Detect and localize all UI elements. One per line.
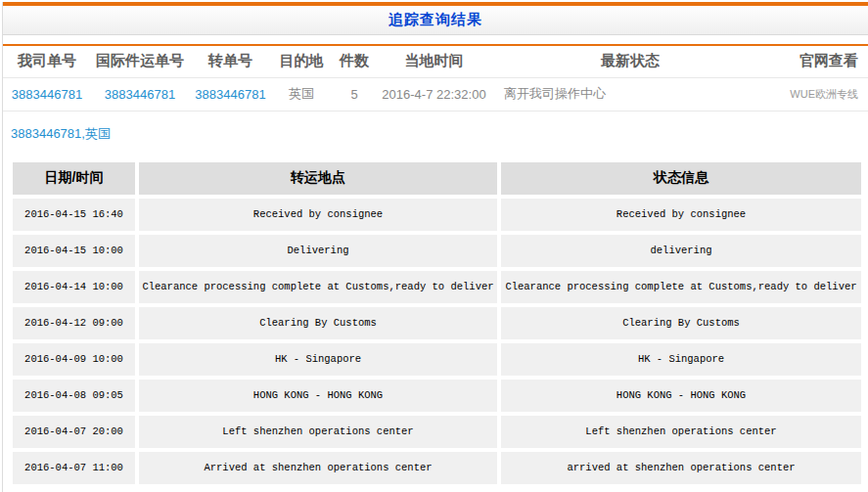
transit-location-cell: HONG KONG - HONG KONG — [139, 380, 497, 412]
table-row: 2016-04-07 20:00 Left shenzhen operation… — [13, 416, 861, 448]
summary-section: 我司单号 国际件运单号 转单号 目的地 件数 当地时间 最新状态 官网查看 38… — [3, 44, 868, 112]
official-site-link[interactable]: WUE欧洲专线 — [790, 88, 858, 100]
intl-no-link[interactable]: 3883446781 — [105, 87, 175, 102]
col-header-datetime: 日期/时间 — [13, 162, 135, 195]
summary-header-row: 我司单号 国际件运单号 转单号 目的地 件数 当地时间 最新状态 官网查看 — [3, 46, 868, 77]
official-site-cell: WUE欧洲专线 — [770, 77, 868, 111]
transit-location-cell: Clearance processing complete at Customs… — [139, 271, 497, 303]
status-info-cell: delivering — [501, 235, 861, 267]
transfer-no-cell: 3883446781 — [189, 77, 272, 111]
summary-data-row: 3883446781 3883446781 3883446781 英国 5 20… — [3, 77, 868, 111]
page-container: 追踪查询结果 我司单号 国际件运单号 转单号 目的地 件数 当地时间 最新状态 … — [2, 2, 868, 492]
datetime-cell: 2016-04-15 16:40 — [13, 199, 135, 231]
status-info-cell: arrived at shenzhen operations center — [501, 452, 861, 484]
destination-cell: 英国 — [272, 77, 331, 111]
col-header-intl-no: 国际件运单号 — [91, 46, 189, 77]
table-row: 2016-04-15 16:40 Received by consignee R… — [13, 199, 861, 231]
datetime-cell: 2016-04-07 20:00 — [13, 416, 135, 448]
col-header-latest-status: 最新状态 — [490, 46, 770, 77]
transfer-no-link[interactable]: 3883446781 — [195, 87, 265, 102]
datetime-cell: 2016-04-14 10:00 — [13, 271, 135, 303]
status-info-cell: Received by consignee — [501, 199, 861, 231]
intl-no-cell: 3883446781 — [91, 77, 189, 111]
page-header: 追踪查询结果 — [3, 2, 868, 35]
our-no-link[interactable]: 3883446781 — [12, 87, 82, 102]
status-info-cell: Clearance processing complete at Customs… — [501, 271, 861, 303]
table-row: 2016-04-14 10:00 Clearance processing co… — [13, 271, 861, 303]
datetime-cell: 2016-04-15 10:00 — [13, 235, 135, 267]
detail-header-row: 日期/时间 转运地点 状态信息 — [13, 162, 861, 195]
datetime-cell: 2016-04-09 10:00 — [13, 343, 135, 376]
table-row: 2016-04-12 09:00 Clearing By Customs Cle… — [13, 307, 861, 339]
shipment-link-row: 3883446781,英国 — [11, 125, 868, 143]
our-no-cell: 3883446781 — [3, 77, 91, 111]
datetime-cell: 2016-04-08 09:05 — [13, 380, 135, 412]
page-title: 追踪查询结果 — [388, 11, 482, 29]
status-info-cell: HK - Singapore — [501, 343, 861, 376]
table-row: 2016-04-07 11:00 Arrived at shenzhen ope… — [13, 452, 861, 484]
col-header-official-site: 官网查看 — [770, 46, 868, 77]
status-info-cell: Clearing By Customs — [501, 307, 861, 339]
col-header-transit-location: 转运地点 — [139, 162, 497, 195]
transit-location-cell: Left shenzhen operations center — [139, 416, 497, 448]
tracking-detail-table: 日期/时间 转运地点 状态信息 2016-04-15 16:40 Receive… — [9, 158, 865, 488]
summary-table: 我司单号 国际件运单号 转单号 目的地 件数 当地时间 最新状态 官网查看 38… — [3, 46, 868, 112]
col-header-status-info: 状态信息 — [501, 162, 861, 195]
col-header-destination: 目的地 — [272, 46, 331, 77]
status-info-cell: HONG KONG - HONG KONG — [501, 380, 861, 412]
datetime-cell: 2016-04-12 09:00 — [13, 307, 135, 339]
transit-location-cell: Clearing By Customs — [139, 307, 497, 339]
latest-status-cell: 离开我司操作中心 — [490, 77, 770, 111]
transit-location-cell: Arrived at shenzhen operations center — [139, 452, 497, 484]
pieces-cell: 5 — [331, 77, 378, 111]
table-row: 2016-04-15 10:00 Delivering delivering — [13, 235, 861, 267]
col-header-our-no: 我司单号 — [3, 46, 91, 77]
col-header-transfer-no: 转单号 — [189, 46, 272, 77]
status-info-cell: Left shenzhen operations center — [501, 416, 861, 448]
transit-location-cell: Received by consignee — [139, 199, 497, 231]
table-row: 2016-04-09 10:00 HK - Singapore HK - Sin… — [13, 343, 861, 376]
transit-location-cell: HK - Singapore — [139, 343, 497, 376]
shipment-link[interactable]: 3883446781,英国 — [11, 126, 111, 141]
col-header-pieces: 件数 — [331, 46, 378, 77]
datetime-cell: 2016-04-07 11:00 — [13, 452, 135, 484]
table-row: 2016-04-08 09:05 HONG KONG - HONG KONG H… — [13, 380, 861, 412]
col-header-local-time: 当地时间 — [378, 46, 490, 77]
transit-location-cell: Delivering — [139, 235, 497, 267]
local-time-cell: 2016-4-7 22:32:00 — [378, 77, 490, 111]
